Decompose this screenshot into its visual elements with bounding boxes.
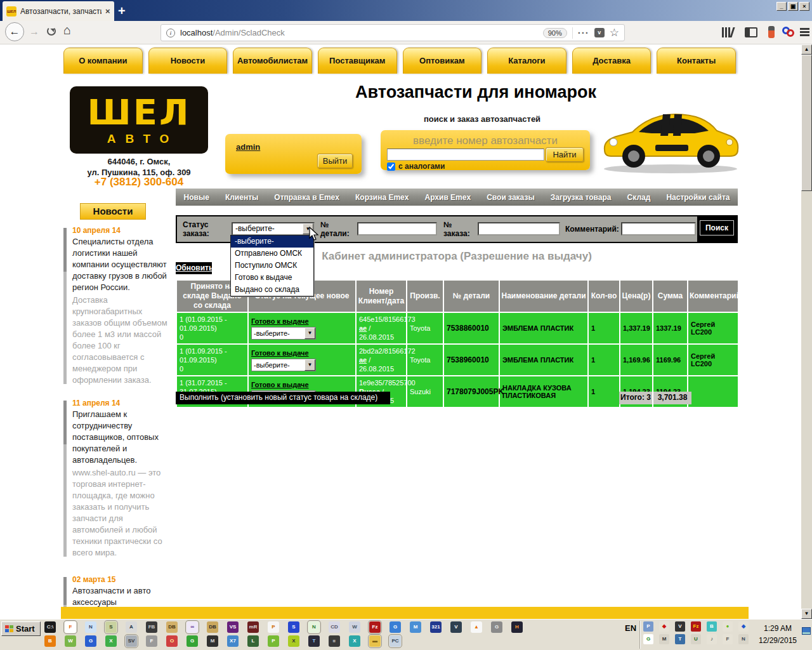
quicklaunch-icon-triangle[interactable]: T	[308, 635, 320, 647]
minimize-button[interactable]: _	[776, 2, 787, 11]
quicklaunch-icon-cmd[interactable]: C:\	[44, 621, 56, 633]
admin-nav-load-goods[interactable]: Загрузка товара	[551, 193, 612, 202]
quicklaunch-icon-mr[interactable]: mR	[247, 621, 259, 633]
scrollbar-thumb[interactable]	[801, 55, 812, 191]
quicklaunch-icon-p[interactable]: P	[268, 635, 279, 647]
quicklaunch-icon-mouse[interactable]: M	[207, 635, 218, 647]
quicklaunch-icon-film[interactable]: V	[450, 621, 462, 633]
row-status-link[interactable]: Готово к выдаче	[251, 317, 309, 325]
start-button[interactable]: Start	[1, 621, 41, 636]
new-tab-button[interactable]: +	[118, 4, 126, 18]
tray-icon-chart[interactable]: G	[643, 634, 653, 644]
quicklaunch-icon-globe2[interactable]: G	[85, 635, 96, 647]
home-icon[interactable]: ⌂	[63, 23, 71, 37]
quicklaunch-icon-computer[interactable]: PC	[390, 635, 401, 647]
tray-icon-diamond-red[interactable]: ◆	[659, 621, 669, 632]
order-number-input[interactable]	[478, 222, 560, 235]
quicklaunch-icon-globe[interactable]: G	[390, 621, 401, 633]
quicklaunch-icon-search[interactable]: S	[105, 621, 117, 633]
zoom-indicator[interactable]: 90%	[543, 28, 567, 38]
row-status-link[interactable]: Готово к выдаче	[251, 349, 309, 357]
tray-icon-brush[interactable]: B	[707, 621, 717, 632]
quicklaunch-icon-balls[interactable]: O	[166, 635, 178, 647]
nav-news[interactable]: Новости	[148, 48, 228, 74]
quicklaunch-icon-colors[interactable]: W	[65, 635, 76, 647]
refresh-button[interactable]: Обновить	[176, 262, 212, 274]
order-status-select[interactable]: -выберите- ▼	[232, 222, 315, 235]
nav-about[interactable]: О компании	[63, 48, 143, 74]
quicklaunch-icon-pencil[interactable]: P	[268, 621, 279, 633]
quicklaunch-icon-user[interactable]: A	[126, 621, 137, 633]
extension-icon[interactable]	[768, 26, 775, 38]
quicklaunch-icon-headphones[interactable]: H	[511, 621, 523, 633]
part-search-input[interactable]	[387, 149, 544, 161]
quicklaunch-icon-padlock[interactable]: ■	[329, 635, 340, 647]
admin-nav-site-settings[interactable]: Настройки сайта	[666, 193, 730, 202]
restore-button[interactable]: ▣	[788, 2, 798, 11]
quicklaunch-icon-notes[interactable]: N	[308, 621, 320, 633]
admin-nav-archive-emex[interactable]: Архив Emex	[425, 193, 471, 202]
menu-icon[interactable]	[800, 28, 809, 36]
quicklaunch-icon-filezilla[interactable]: Fz	[369, 621, 381, 633]
tray-icon-flag[interactable]: F	[723, 634, 733, 644]
tray-icon-clock[interactable]: T	[675, 634, 685, 644]
quicklaunch-icon-window[interactable]: W	[349, 621, 360, 633]
admin-nav-own-orders[interactable]: Свои заказы	[487, 193, 534, 202]
nav-suppliers[interactable]: Поставщикам	[318, 48, 397, 74]
quicklaunch-icon-321[interactable]: 321	[430, 621, 442, 633]
nav-motorists[interactable]: Автомобилистам	[233, 48, 312, 74]
quicklaunch-icon-xmark[interactable]: X	[288, 635, 299, 647]
dropdown-option[interactable]: -выберите-	[231, 235, 313, 248]
quicklaunch-icon-cd[interactable]: CD	[329, 621, 340, 633]
find-button[interactable]: Найти	[546, 147, 584, 162]
quicklaunch-icon-notepad[interactable]: N	[85, 621, 96, 633]
admin-nav-clients[interactable]: Клиенты	[225, 193, 258, 202]
language-indicator[interactable]: EN	[625, 623, 636, 633]
tab-close-icon[interactable]: ×	[105, 6, 110, 16]
dropdown-option[interactable]: Готово к выдаче	[231, 272, 313, 284]
quicklaunch-icon-teal-x[interactable]: X	[349, 635, 360, 647]
quicklaunch-icon-x7[interactable]: X7	[227, 635, 239, 647]
quicklaunch-icon-green-globe[interactable]: G	[187, 635, 198, 647]
row-status-select[interactable]: -выберите-▼	[251, 327, 316, 340]
close-button[interactable]: ×	[799, 2, 809, 11]
quicklaunch-icon-infinity[interactable]: ∞	[187, 621, 198, 633]
part-number-input[interactable]	[357, 222, 437, 235]
quicklaunch-icon-server[interactable]: SV	[126, 635, 137, 647]
vertical-scrollbar[interactable]: ▲ ▼	[801, 44, 812, 619]
nav-contacts[interactable]: Контакты	[657, 48, 736, 74]
url-text[interactable]: localhost/Admin/ScladCheck	[180, 28, 538, 37]
logout-button[interactable]: Выйти	[317, 154, 353, 168]
admin-nav-new[interactable]: Новые	[184, 193, 209, 202]
tray-icon-photo[interactable]: P	[643, 621, 653, 632]
admin-nav-cart-emex[interactable]: Корзина Emex	[355, 193, 409, 202]
news-header[interactable]: Новости	[80, 203, 146, 220]
quicklaunch-icon-lock-dl[interactable]: L	[247, 635, 259, 647]
comment-input[interactable]	[621, 222, 696, 235]
quicklaunch-icon-folder[interactable]: ▬	[369, 635, 381, 647]
chevron-down-icon[interactable]: ▼	[304, 328, 315, 339]
quicklaunch-icon-db-search[interactable]: DB	[166, 621, 178, 633]
pocket-icon[interactable]: v	[594, 28, 605, 37]
tray-icon-volume[interactable]: ♪	[707, 634, 717, 644]
back-button[interactable]: ←	[5, 22, 24, 41]
dropdown-option[interactable]: Поступило ОМСК	[231, 260, 313, 272]
tray-icon-green-dot[interactable]: ●	[723, 621, 733, 632]
quicklaunch-icon-floppy[interactable]: S	[288, 621, 299, 633]
quicklaunch-icon-fan[interactable]: F	[146, 635, 157, 647]
tray-icon-network[interactable]: N	[738, 634, 749, 644]
page-actions-icon[interactable]: ···	[578, 27, 589, 38]
analogs-checkbox[interactable]	[387, 162, 395, 171]
nav-catalogs[interactable]: Каталоги	[487, 48, 566, 74]
clock[interactable]: 1:29 AM 12/29/2015	[755, 623, 801, 647]
scroll-up-icon[interactable]: ▲	[801, 44, 812, 55]
tray-icon-usb[interactable]: U	[691, 634, 701, 644]
dropdown-option[interactable]: Выдано со склада	[231, 284, 313, 296]
scroll-down-icon[interactable]: ▼	[801, 609, 812, 619]
quicklaunch-icon-db-edit[interactable]: DB	[207, 621, 218, 633]
library-icon[interactable]	[722, 27, 735, 37]
row-status-link[interactable]: Готово к выдаче	[251, 381, 309, 388]
site-info-icon[interactable]: i	[166, 29, 175, 37]
filter-search-button[interactable]: Поиск	[700, 220, 734, 235]
sidebar-toggle-icon[interactable]	[745, 27, 757, 37]
